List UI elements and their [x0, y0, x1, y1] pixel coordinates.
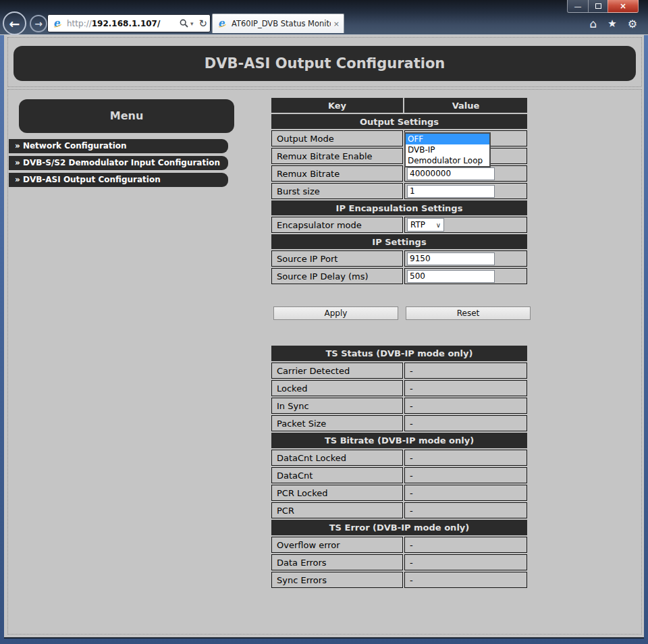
dropdown-option-dvb-ip[interactable]: DVB-IP: [406, 144, 489, 155]
table-row: Burst size: [271, 183, 527, 199]
pcr-locked-value: -: [404, 485, 527, 501]
chevron-down-icon: ∨: [436, 221, 441, 229]
in-sync-value: -: [404, 398, 527, 414]
section-row: Output Settings: [271, 114, 527, 129]
address-bar[interactable]: e http://192.168.1.107/ ▾ ↻: [47, 14, 211, 32]
table-row: PCR Locked-: [271, 485, 527, 501]
section-ts-bitrate: TS Bitrate (DVB-IP mode only): [271, 433, 527, 448]
table-row: Locked-: [271, 380, 527, 396]
column-header-value: Value: [404, 98, 527, 113]
remux-bitrate-input[interactable]: [407, 167, 495, 180]
table-row: Data Errors-: [271, 554, 527, 570]
favorites-star-icon[interactable]: ★: [608, 18, 616, 30]
gear-icon[interactable]: ⚙: [628, 18, 637, 30]
source-ip-delay-label: Source IP Delay (ms): [271, 268, 403, 284]
apply-button[interactable]: Apply: [273, 306, 398, 320]
menu-sidebar: Menu » Network Configuration » DVB-S/S2 …: [8, 90, 266, 634]
section-ip-encapsulation-settings: IP Encapsulation Settings: [271, 200, 527, 215]
table-row: Remux Bitrate: [271, 165, 527, 182]
sync-errors-value: -: [404, 572, 527, 588]
maximize-icon: [595, 3, 601, 9]
search-caret-icon[interactable]: ▾: [190, 20, 194, 27]
section-ts-error: TS Error (DVB-IP mode only): [271, 520, 527, 535]
refresh-icon[interactable]: ↻: [198, 18, 207, 30]
encapsulator-mode-select[interactable]: RTP ∨: [407, 218, 444, 232]
carrier-detected-value: -: [404, 363, 527, 379]
action-buttons: Apply Reset: [273, 306, 641, 320]
menu-title: Menu: [19, 99, 234, 133]
tab-close-icon[interactable]: ×: [333, 20, 340, 28]
table-header-row: Key Value: [271, 98, 527, 113]
table-row: In Sync-: [271, 398, 527, 414]
burst-size-input[interactable]: [407, 185, 495, 198]
table-row: Source IP Port: [271, 250, 527, 267]
table-row: Sync Errors-: [271, 572, 527, 588]
forward-icon: →: [34, 18, 43, 29]
close-icon: ×: [620, 1, 626, 11]
table-row: PCR-: [271, 502, 527, 518]
encapsulator-mode-label: Encapsulator mode: [271, 217, 403, 233]
locked-value: -: [404, 380, 527, 396]
title-frame: DVB-ASI Output Configuration: [7, 37, 642, 87]
reset-button[interactable]: Reset: [406, 306, 531, 320]
burst-size-label: Burst size: [271, 183, 403, 199]
back-icon: ←: [9, 16, 20, 31]
dropdown-option-demodulator-loop[interactable]: Demodulator Loop: [406, 155, 489, 166]
data-errors-value: -: [404, 554, 527, 570]
source-ip-port-input[interactable]: [407, 252, 495, 265]
browser-tab[interactable]: e AT60IP_DVB Status Monitor... ×: [212, 14, 344, 33]
table-row: Source IP Delay (ms): [271, 268, 527, 284]
overflow-error-value: -: [404, 537, 527, 553]
section-row: IP Encapsulation Settings: [271, 200, 527, 215]
table-row: DataCnt Locked-: [271, 450, 527, 466]
sidebar-item-network-configuration[interactable]: » Network Configuration: [9, 139, 228, 153]
ie-icon: e: [52, 18, 63, 29]
pcr-value: -: [404, 502, 527, 518]
navigation-bar: ← → e http://192.168.1.107/ ▾ ↻: [0, 11, 648, 35]
datacnt-locked-value: -: [404, 450, 527, 466]
source-ip-delay-input[interactable]: [407, 270, 495, 283]
section-row: IP Settings: [271, 234, 527, 249]
remux-bitrate-enable-label: Remux Bitrate Enable: [271, 148, 403, 164]
table-row: Overflow error-: [271, 537, 527, 553]
config-table: Key Value Output Settings Output Mode Re…: [270, 97, 529, 286]
back-button[interactable]: ←: [3, 11, 26, 35]
section-ts-status: TS Status (DVB-IP mode only): [271, 346, 527, 361]
url-scheme: http://: [67, 19, 92, 28]
main-content: Key Value Output Settings Output Mode Re…: [266, 90, 641, 634]
table-row: Carrier Detected-: [271, 363, 527, 379]
output-mode-label: Output Mode: [271, 130, 403, 146]
sidebar-item-dvbasi-output-configuration[interactable]: » DVB-ASI Output Configuration: [9, 173, 228, 187]
status-table: TS Status (DVB-IP mode only) Carrier Det…: [270, 344, 529, 589]
forward-button[interactable]: →: [30, 15, 47, 32]
column-header-key: Key: [271, 98, 403, 113]
url-text[interactable]: http://192.168.1.107/: [67, 19, 180, 28]
page-content: DVB-ASI Output Configuration Menu » Netw…: [4, 35, 644, 639]
home-icon[interactable]: ⌂: [589, 17, 597, 30]
url-host: 192.168.1.107/: [92, 19, 161, 28]
dropdown-option-off[interactable]: OFF: [406, 134, 489, 144]
tab-ie-icon: e: [217, 18, 227, 29]
page-title: DVB-ASI Output Configuration: [14, 46, 636, 81]
table-row: Packet Size-: [271, 415, 527, 431]
sidebar-item-dvbs-demodulator-input-configuration[interactable]: » DVB-S/S2 Demodulator Input Configurati…: [9, 156, 228, 170]
section-ip-settings: IP Settings: [271, 234, 527, 249]
table-row: DataCnt-: [271, 467, 527, 483]
source-ip-port-label: Source IP Port: [271, 250, 403, 267]
packet-size-value: -: [404, 415, 527, 431]
section-output-settings: Output Settings: [271, 114, 527, 129]
remux-bitrate-label: Remux Bitrate: [271, 165, 403, 182]
content-frame: Menu » Network Configuration » DVB-S/S2 …: [7, 89, 642, 635]
table-row: Encapsulator mode RTP ∨: [271, 217, 527, 233]
browser-window: — × ← → e http://192.168.1.107/ ▾: [0, 0, 648, 644]
browser-chrome: — × ← → e http://192.168.1.107/ ▾: [0, 0, 648, 35]
datacnt-value: -: [404, 467, 527, 483]
search-icon[interactable]: [180, 19, 188, 28]
minimize-icon: —: [574, 2, 582, 11]
output-mode-dropdown: OFF DVB-IP Demodulator Loop: [404, 132, 491, 167]
tab-title: AT60IP_DVB Status Monitor...: [232, 19, 331, 28]
